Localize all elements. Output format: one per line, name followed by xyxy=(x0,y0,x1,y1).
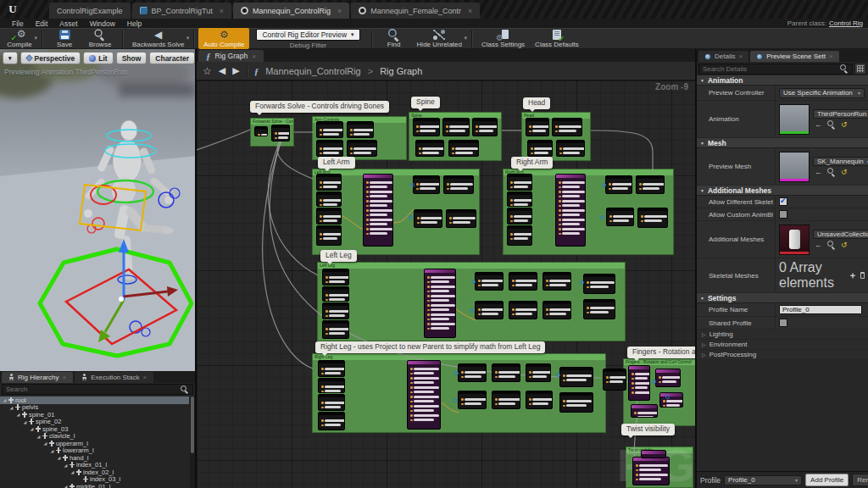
graph-node[interactable] xyxy=(507,225,532,246)
tab-execution-stack[interactable]: Execution Stack× xyxy=(75,372,153,383)
graph-node[interactable] xyxy=(631,404,658,418)
graph-node[interactable] xyxy=(413,175,440,194)
row-environment[interactable]: ▷Environment xyxy=(697,340,868,350)
asset-thumbnail[interactable] xyxy=(779,104,810,135)
close-icon[interactable]: × xyxy=(220,7,224,15)
profile-name-input[interactable] xyxy=(779,305,862,314)
comment-box-left-leg[interactable]: Left Leg xyxy=(317,262,626,341)
graph-node[interactable] xyxy=(363,174,393,247)
section-header-mesh[interactable]: ▼Mesh xyxy=(697,138,868,148)
graph-node[interactable] xyxy=(458,363,487,382)
graph-node[interactable] xyxy=(475,301,504,319)
preview-controller-dropdown[interactable]: Use Specific Animation▾ xyxy=(779,88,865,98)
tree-item-upperarm-l[interactable]: ◢upperarm_l xyxy=(0,440,189,447)
reset-to-default-icon[interactable]: ↺ xyxy=(841,241,848,249)
expander-icon[interactable]: ◢ xyxy=(8,405,14,410)
expander-icon[interactable]: ◢ xyxy=(70,469,75,474)
display-options-grid-icon[interactable] xyxy=(854,63,866,75)
viewport-options-button[interactable]: ▾ xyxy=(3,52,18,64)
graph-node[interactable] xyxy=(492,363,520,382)
graph-node[interactable] xyxy=(347,121,374,138)
chevron-down-icon[interactable]: ▾ xyxy=(186,35,190,42)
expander-icon[interactable]: ◢ xyxy=(22,419,28,424)
graph-node[interactable] xyxy=(632,457,670,485)
graph-node[interactable] xyxy=(542,301,571,319)
graph-node[interactable] xyxy=(318,378,345,393)
graph-node[interactable] xyxy=(507,191,532,207)
tree-item-root[interactable]: ◢root xyxy=(0,396,189,404)
animation-asset-dropdown[interactable]: ThirdPersonRun▾ xyxy=(813,109,868,119)
graph-node[interactable] xyxy=(475,272,504,291)
asset-thumbnail[interactable] xyxy=(779,152,810,182)
graph-node[interactable] xyxy=(318,394,345,411)
graph-node[interactable] xyxy=(316,191,342,207)
close-icon[interactable]: × xyxy=(738,53,743,60)
browse-to-asset-icon[interactable] xyxy=(827,241,836,249)
graph-node[interactable] xyxy=(605,175,632,194)
tree-item-spine-02[interactable]: ◢spine_02 xyxy=(0,419,189,426)
menu-file[interactable]: File xyxy=(12,19,24,28)
use-selected-arrow-icon[interactable]: ← xyxy=(815,241,822,249)
close-icon[interactable]: × xyxy=(62,374,66,381)
allow-custom-animbl-checkbox[interactable] xyxy=(779,210,787,219)
expander-icon[interactable]: ◢ xyxy=(42,441,48,446)
tab-preview-scene-sett[interactable]: Preview Scene Sett× xyxy=(750,51,838,62)
graph-node[interactable] xyxy=(526,391,553,409)
expander-icon[interactable]: ◢ xyxy=(63,463,69,468)
chevron-down-icon[interactable]: ▾ xyxy=(464,35,467,42)
menu-asset[interactable]: Asset xyxy=(59,19,77,28)
asset-tab-mannequin-controlrig[interactable]: Mannequin_ControlRig× xyxy=(233,3,349,19)
graph-node[interactable] xyxy=(407,360,441,430)
tree-item-index-02-l[interactable]: ◢index_02_l xyxy=(0,469,189,476)
viewport-show-button[interactable]: Show xyxy=(116,52,147,64)
tree-item-clavicle-l[interactable]: ◢clavicle_l xyxy=(0,433,189,441)
graph-node[interactable] xyxy=(559,367,593,387)
tree-item-spine-03[interactable]: ◢spine_03 xyxy=(0,425,189,433)
tree-item-spine-01[interactable]: ◢spine_01 xyxy=(0,411,189,419)
graph-node[interactable] xyxy=(628,365,650,401)
row-lighting[interactable]: ▷Lighting xyxy=(697,330,868,340)
forward-arrow-icon[interactable]: ▶ xyxy=(232,65,239,76)
tree-item-middle-01-l[interactable]: ◢middle_01_l xyxy=(0,483,189,488)
graph-node[interactable] xyxy=(322,286,349,302)
use-selected-arrow-icon[interactable]: ← xyxy=(815,169,822,176)
details-search-input[interactable] xyxy=(703,65,840,73)
hierarchy-scrollbar[interactable] xyxy=(190,396,195,488)
close-icon[interactable]: × xyxy=(252,53,256,60)
close-icon[interactable]: × xyxy=(143,374,147,381)
graph-node[interactable] xyxy=(655,369,681,387)
browse-to-asset-icon[interactable] xyxy=(827,168,836,176)
graph-node[interactable] xyxy=(542,272,571,291)
backwards-solve-button[interactable]: ◀Backwards Solve▾ xyxy=(127,28,189,49)
chevron-down-icon[interactable]: ▾ xyxy=(34,35,37,42)
expander-icon[interactable]: ◢ xyxy=(2,397,8,402)
graph-node[interactable] xyxy=(322,302,349,319)
hide-unrelated-button[interactable]: Hide Unrelated▾ xyxy=(412,28,467,49)
graph-node[interactable] xyxy=(583,299,615,319)
browse-button[interactable]: Browse xyxy=(82,28,118,49)
graph-node[interactable] xyxy=(316,225,342,246)
graph-node[interactable] xyxy=(446,209,476,228)
menu-window[interactable]: Window xyxy=(90,19,115,28)
add-element-icon[interactable]: ＋ xyxy=(849,269,857,281)
graph-node[interactable] xyxy=(318,412,345,430)
chevron-right-icon[interactable]: ▷ xyxy=(702,352,706,358)
graph-node[interactable] xyxy=(254,126,268,136)
graph-node[interactable] xyxy=(458,391,487,409)
graph-node[interactable] xyxy=(443,175,474,194)
graph-node[interactable] xyxy=(316,121,343,138)
section-header-settings[interactable]: ▼Settings xyxy=(697,293,868,303)
close-icon[interactable]: × xyxy=(337,7,342,15)
debug-filter-dropdown[interactable]: Control Rig Editor Preview▾ xyxy=(256,29,359,41)
section-header-additional-meshes[interactable]: ▼Additional Meshes xyxy=(697,186,868,196)
graph-node[interactable] xyxy=(555,174,586,247)
graph-node[interactable] xyxy=(526,118,549,136)
graph-node[interactable] xyxy=(472,118,498,136)
add-profile-button[interactable]: Add Profile xyxy=(805,474,849,486)
find-button[interactable]: Find xyxy=(376,28,412,49)
breadcrumb-page[interactable]: Rig Graph xyxy=(380,66,422,76)
section-header-animation[interactable]: ▼Animation xyxy=(697,75,868,86)
graph-node[interactable] xyxy=(606,208,634,226)
graph-node[interactable] xyxy=(448,140,479,157)
remove-profile-button[interactable]: Remove Profile xyxy=(852,474,868,486)
